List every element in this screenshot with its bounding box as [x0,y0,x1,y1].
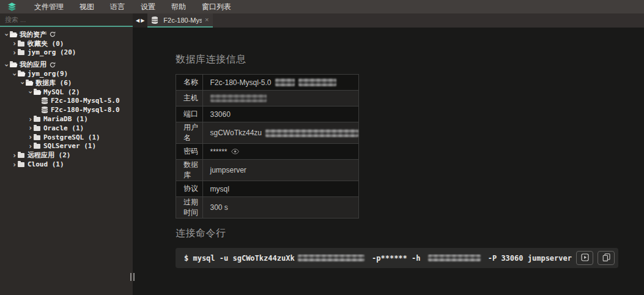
chevron-right-icon[interactable]: › [27,134,34,140]
app-logo-icon [6,1,18,12]
row-label: 密码 [176,144,203,160]
tree-item-4[interactable]: ›jym_org(9) [0,69,133,78]
chevron-right-icon[interactable]: › [11,50,18,56]
menu-item-2[interactable]: 视图 [72,0,102,13]
copy-icon [602,253,610,263]
folder-icon [18,162,24,167]
folder-icon [18,42,24,47]
tab-bar: ◀ ▶ F2c-180-Mys... × [133,13,644,28]
table-row: 数据库jumpserver [176,160,359,181]
tree-item-label: MariaDB (1) [43,115,88,123]
redacted-block [428,255,481,261]
tree-item-1[interactable]: ›收藏夹 (0) [0,39,133,48]
tree-item-5[interactable]: ›数据库 (6) [0,78,133,88]
table-row: 主机 [176,91,359,106]
chevron-right-icon[interactable]: › [11,162,18,168]
command-part: -P 33060 jumpserver [484,254,572,263]
sidebar-resize-handle[interactable] [130,273,135,281]
row-value [202,91,358,106]
tree-item-label: Oracle (1) [43,124,84,132]
value-text: mysql [210,185,229,193]
table-row: 协议mysql [176,181,359,197]
tree-item-label: 我的资产 [20,30,46,39]
row-value: sgCWoTkz44zu [202,122,358,144]
folder-open-icon [34,90,40,95]
chevron-down-icon[interactable]: › [12,71,18,78]
eye-icon[interactable] [231,149,239,154]
chevron-right-icon[interactable]: › [27,143,34,149]
scroll-right-icon[interactable]: ▶ [141,18,144,23]
run-icon [581,253,589,263]
row-value: 33060 [202,106,358,122]
search-input[interactable] [0,16,133,23]
refresh-icon[interactable] [50,62,56,68]
chevron-right-icon[interactable]: › [11,40,18,47]
asset-tree: ›我的资产›收藏夹 (0)›jym_org (20)›我的应用›jym_org(… [0,27,133,169]
row-label: 用户名 [176,122,203,144]
tree-item-11[interactable]: ›PostgreSQL (1) [0,133,133,142]
tree-item-7[interactable]: F2c-180-Mysql-5.0 [0,97,133,106]
redacted-block [275,78,295,86]
value-text: 300 s [210,203,228,212]
folder-icon [34,126,40,131]
redacted-block [265,129,358,137]
chevron-right-icon[interactable]: › [27,125,34,131]
chevron-down-icon[interactable]: › [20,80,26,86]
menu-item-1[interactable]: 文件管理 [26,0,72,13]
menu-item-6[interactable]: 窗口列表 [194,0,239,13]
tree-item-12[interactable]: ›SQLServer (1) [0,142,133,151]
close-icon[interactable]: × [205,17,209,23]
scroll-left-icon[interactable]: ◀ [136,18,139,23]
tree-item-8[interactable]: F2c-180-Mysql-8.0 [0,105,133,114]
main-content: 数据库连接信息 名称F2c-180-Mysql-5.0主机端口33060用户名s… [133,28,644,295]
value-text: F2c-180-Mysql-5.0 [210,78,272,87]
row-label: 数据库 [176,160,203,181]
menu-item-3[interactable]: 语言 [102,0,133,13]
refresh-icon[interactable] [50,31,56,37]
run-command-button[interactable] [576,251,593,265]
chevron-down-icon[interactable]: › [4,31,10,38]
tree-item-label: 数据库 (6) [35,78,72,88]
folder-icon [18,153,24,158]
tree-item-3[interactable]: ›我的应用 [0,60,133,69]
chevron-right-icon[interactable]: › [11,152,18,159]
menu-item-5[interactable]: 帮助 [163,0,194,13]
tree-item-2[interactable]: ›jym_org (20) [0,48,133,58]
row-label: 端口 [176,106,203,122]
tree-item-label: 我的应用 [20,60,46,69]
folder-open-icon [10,32,17,37]
command-text: $ mysql -u sgCWoTkz44zuXk -p****** -h -P… [184,254,572,263]
folder-icon [18,50,24,55]
tree-item-9[interactable]: ›MariaDB (1) [0,114,133,124]
tree-item-6[interactable]: ›MySQL (2) [0,88,133,97]
folder-icon [34,117,40,122]
tab-scroll-arrows: ◀ ▶ [133,13,147,28]
menu-items: 文件管理视图语言设置帮助窗口列表 [26,0,239,13]
database-icon [42,97,48,104]
connection-info-table: 名称F2c-180-Mysql-5.0主机端口33060用户名sgCWoTkz4… [176,74,359,218]
chevron-right-icon[interactable]: › [27,116,34,122]
table-row: 端口33060 [176,106,359,122]
tree-item-10[interactable]: ›Oracle (1) [0,124,133,133]
tab-f2c-180-mysql[interactable]: F2c-180-Mys... × [147,13,213,28]
table-row: 过期时间300 s [176,197,359,218]
folder-open-icon [26,81,32,86]
folder-icon [34,135,40,140]
tree-item-14[interactable]: ›Cloud (1) [0,160,133,169]
tree-item-0[interactable]: ›我的资产 [0,30,133,39]
search-bar [0,13,133,27]
row-value: ****** [202,144,358,160]
tree-item-label: F2c-180-Mysql-5.0 [51,97,120,105]
tree-item-13[interactable]: ›远程应用 (2) [0,151,133,160]
copy-command-button[interactable] [598,251,615,265]
command-box: $ mysql -u sgCWoTkz44zuXk -p****** -h -P… [176,248,618,268]
row-label: 协议 [176,181,203,197]
chevron-down-icon[interactable]: › [28,89,34,95]
menu-item-4[interactable]: 设置 [133,0,163,13]
tree-item-label: SQLServer (1) [43,142,96,150]
value-text: ****** [210,148,228,156]
app-window: 文件管理视图语言设置帮助窗口列表 ›我的资产›收藏夹 (0)›jym_org (… [0,0,644,295]
chevron-down-icon[interactable]: › [4,62,10,69]
sidebar: ›我的资产›收藏夹 (0)›jym_org (20)›我的应用›jym_org(… [0,13,133,295]
tree-item-label: F2c-180-Mysql-8.0 [51,106,120,114]
